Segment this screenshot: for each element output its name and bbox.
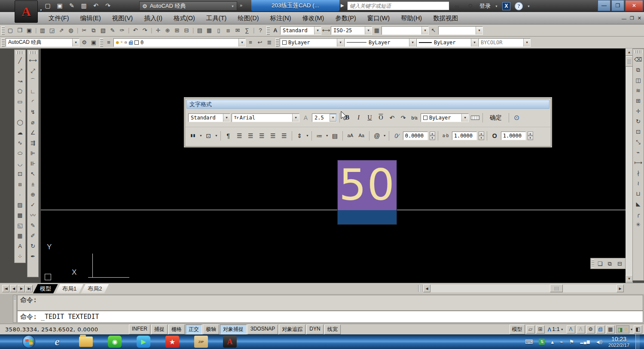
dimension-jogged-button[interactable]: ↯ <box>28 107 38 117</box>
make-object-layer-current-button[interactable]: ≡ <box>246 38 255 47</box>
my-workspace-icon[interactable]: ▣ <box>89 38 98 47</box>
layer-thaw-sun-icon[interactable]: ☀ <box>120 40 123 45</box>
modify-offset-button[interactable]: ≋ <box>633 85 644 95</box>
dlg-font-combo[interactable]: Tr Arial ▼ <box>232 113 299 122</box>
clean-screen-icon[interactable]: ◧ <box>634 325 642 334</box>
layout-tab-布局1[interactable]: 布局1 <box>55 284 83 294</box>
menu-item[interactable]: 修改(M) <box>297 12 330 24</box>
standard-save-button[interactable]: ▣ <box>24 26 34 35</box>
chevron-down-icon[interactable]: ▼ <box>365 27 372 34</box>
dimension-diameter-button[interactable]: ⌀ <box>28 117 38 127</box>
volume-icon[interactable]: ◀)) <box>596 340 602 344</box>
start-button[interactable] <box>22 335 36 349</box>
chevron-down-icon[interactable]: ▼ <box>72 39 79 46</box>
dlg-text-height-combo[interactable]: 2.5 ▼ <box>312 113 337 122</box>
scroll-down-button[interactable]: ▼ <box>626 275 633 282</box>
symbol-button[interactable]: @ <box>372 131 382 141</box>
menu-item[interactable]: 插入(I) <box>138 12 168 24</box>
taskbar-clock[interactable]: 10:23 2022/2/17 <box>608 336 629 348</box>
command-history[interactable]: 命令: <box>17 295 643 311</box>
overline-button[interactable]: O <box>376 113 386 123</box>
dimension-radius-button[interactable]: ◜ <box>28 96 38 107</box>
dimension-center-mark-button[interactable]: ⊕ <box>28 189 38 199</box>
toolbar-lock-icon[interactable] <box>596 325 605 334</box>
workspace-switching-gear-icon[interactable]: ⚙ <box>586 325 595 334</box>
exchange-apps-icon[interactable]: X <box>502 2 510 10</box>
annotation-visibility-icon[interactable]: Λ <box>567 325 575 334</box>
menu-item[interactable]: 文件(F) <box>43 12 75 24</box>
align-distribute-button[interactable]: ☰ <box>279 131 289 141</box>
draw-ellipse-arc-button[interactable]: ◡ <box>15 158 25 168</box>
dimension-arc-length-button[interactable]: ⌒ <box>28 76 38 86</box>
action-center-flag-icon[interactable]: ⚑ <box>569 339 574 345</box>
standard-pan-button[interactable]: ✛ <box>153 26 163 35</box>
uppercase-button[interactable]: aA <box>345 131 355 141</box>
chevron-down-icon[interactable]: ▼ <box>238 39 245 46</box>
layer-properties-manager-icon[interactable]: ≡ <box>104 38 113 47</box>
drawing-line[interactable] <box>41 210 626 210</box>
standard-tool-palettes-button[interactable]: ▯ <box>214 26 223 35</box>
menu-item[interactable]: 帮助(H) <box>395 12 427 24</box>
toggle-对象捕捉[interactable]: 对象捕捉 <box>220 325 247 334</box>
align-justify-button[interactable]: ☰ <box>268 131 278 141</box>
toggle-栅格[interactable]: 栅格 <box>168 325 185 334</box>
standard-plot-button[interactable]: ▥ <box>38 26 47 35</box>
performance-status-icon[interactable]: ◨ <box>618 326 623 333</box>
chevron-down-icon[interactable]: ▼ <box>471 39 478 46</box>
standard-cut-button[interactable]: ✂ <box>79 26 89 35</box>
multileader-style-combo[interactable]: ▼ <box>438 26 483 35</box>
redo-button[interactable]: ↷ <box>398 113 408 123</box>
undo-button[interactable]: ↶ <box>387 113 397 123</box>
dimension-tolerance-button[interactable]: ± <box>28 179 38 189</box>
chevron-down-icon[interactable]: ▼ <box>223 114 230 122</box>
spin-down-icon[interactable]: ▼ <box>479 136 484 140</box>
chevron-down-icon[interactable]: ▼ <box>292 114 299 122</box>
menu-item[interactable]: 参数(P) <box>330 12 361 24</box>
chevron-down-icon[interactable]: ▼ <box>561 328 564 331</box>
toggle-正交[interactable]: 正交 <box>186 325 202 334</box>
doc-minimize-icon[interactable]: — <box>622 16 626 21</box>
underline-button[interactable]: U <box>365 113 375 123</box>
oblique-angle-field[interactable]: 0.0000 <box>403 132 428 140</box>
restore-button[interactable]: ❐ <box>611 0 624 11</box>
dlg-text-style-combo[interactable]: Standard ▼ <box>188 113 230 122</box>
align-right-button[interactable]: ☰ <box>257 131 267 141</box>
standard-redo-button[interactable]: ↷ <box>140 26 150 35</box>
modify-explode-button[interactable]: ✳ <box>633 219 644 230</box>
command-window-grip[interactable] <box>13 295 17 323</box>
doc-restore-icon[interactable]: ❐ <box>630 15 634 21</box>
dimension-linear-button[interactable]: ⟷ <box>28 55 38 65</box>
lineweight-combo[interactable]: ByLayer ▼ <box>416 38 478 47</box>
paragraph-button[interactable]: ¶ <box>223 131 233 141</box>
standard-undo-button[interactable]: ↶ <box>131 26 140 35</box>
toggle-3DOSNAP[interactable]: 3DOSNAP <box>247 325 278 334</box>
mtext-in-place-editor[interactable]: 50 <box>338 160 397 210</box>
width-factor-field[interactable]: 1.0000 <box>501 132 526 140</box>
standard-zoom-window-button[interactable]: ⊞ <box>172 26 182 35</box>
modify-trim-button[interactable]: ⌁ <box>633 147 644 157</box>
chevron-down-icon[interactable]: ▼ <box>461 114 468 122</box>
modify-join-button[interactable]: ⊔ <box>633 188 644 199</box>
qat-save-button[interactable]: ▣ <box>55 1 64 10</box>
draw-insert-block-button[interactable]: ⊡ <box>15 168 25 179</box>
standard-open-button[interactable]: ❒ <box>15 26 24 35</box>
standard-3d-dwf-button[interactable]: ◍ <box>66 26 76 35</box>
draw-arc-button[interactable]: ◝ <box>15 107 25 117</box>
linetype-combo[interactable]: ByLayer ▼ <box>344 38 416 47</box>
chevron-down-icon[interactable]: ▼ <box>523 39 530 46</box>
dimension-dimension-style-button[interactable]: ✒ <box>28 251 38 261</box>
standard-help-button[interactable]: ? <box>256 26 265 35</box>
draw-revision-cloud-button[interactable]: ☁ <box>15 127 25 138</box>
draw-point-button[interactable]: · <box>15 189 25 199</box>
draw-table-button[interactable]: ▦ <box>15 230 25 241</box>
toolbar-grip[interactable] <box>1 38 5 47</box>
qat-redo-button[interactable]: ↷ <box>103 1 113 10</box>
text-style-combo[interactable]: Standard ▼ <box>280 26 321 35</box>
draw-point-style-button[interactable]: ⁘ <box>15 251 25 261</box>
dimension-style-combo[interactable]: ISO-25 ▼ <box>331 26 372 35</box>
standard-copy-button[interactable]: ⧉ <box>89 26 98 35</box>
standard-quickcalc-button[interactable]: ∑ <box>242 26 252 35</box>
dimension-dimension-edit-button[interactable]: ✎ <box>28 220 38 230</box>
menu-item[interactable]: 标注(N) <box>264 12 296 24</box>
italic-button[interactable]: I <box>354 113 363 123</box>
